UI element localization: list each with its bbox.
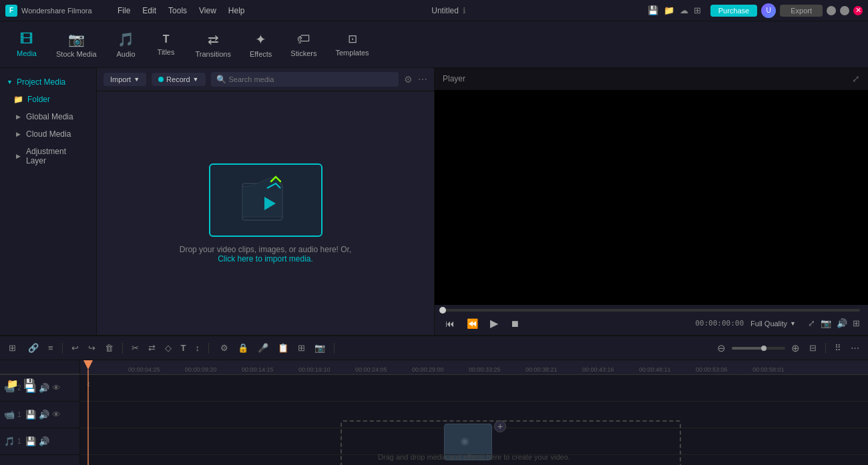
quality-selector[interactable]: Full Quality ▼ [750,320,796,328]
progress-handle[interactable] [439,307,446,314]
fullscreen-icon[interactable]: ⤢ [808,318,815,328]
purchase-button[interactable]: Purchase [710,5,757,17]
adjustment-layer-arrow: ▶ [16,153,21,159]
project-media-header[interactable]: ▼ Project Media [0,73,96,91]
tl-fit-button[interactable]: ⊟ [806,341,820,355]
adjustment-layer-item[interactable]: ▶ Adjustment Layer [0,143,96,169]
tl-grid-button[interactable]: ⠿ [831,341,845,355]
snapshot-icon[interactable]: 📷 [821,318,831,328]
track-1-folder-icon[interactable]: 💾 [25,410,36,420]
maximize-button[interactable]: ⬜ [840,6,849,15]
ruler-label-8: 00:00:38:21 [525,366,558,373]
tl-separator-3 [208,343,209,354]
tl-zoom-slider[interactable] [732,347,785,350]
quality-label: Full Quality [750,320,787,328]
panel-folder-icon[interactable]: 📁 [7,378,18,389]
stock-media-icon: 📷 [68,31,85,47]
more-icon[interactable]: ⋯ [418,74,427,85]
tl-delete-button[interactable]: 🗑 [101,341,117,355]
tl-transition-button[interactable]: ⇄ [145,341,159,355]
menu-tools[interactable]: Tools [163,3,192,18]
track-1-eye-icon[interactable]: 👁 [52,410,61,420]
media-content: Drop your video clips, images, or audio … [97,91,434,335]
audio-1-row [80,428,868,455]
tl-cut-button[interactable]: ✂ [128,341,142,355]
tl-settings-button[interactable]: ⚙ [217,341,232,355]
skip-back-button[interactable]: ⏮ [443,317,457,330]
tl-audio-button[interactable]: 🎤 [254,341,272,355]
user-avatar[interactable]: U [761,3,776,18]
playhead-line [87,370,89,465]
tl-zoom-in-button[interactable]: ⊕ [788,340,803,356]
tl-text-button[interactable]: T [178,341,190,355]
close-button[interactable]: ✕ [853,6,863,15]
cloud-media-item[interactable]: ▶ Cloud Media [0,125,96,143]
menu-view[interactable]: View [194,3,222,18]
audio-1-mute-icon[interactable]: 🔊 [39,436,49,446]
grid-icon[interactable]: ⊞ [694,5,701,15]
tl-separator-5 [825,343,826,354]
tl-more-button[interactable]: ⋯ [847,341,863,355]
tl-redo-button[interactable]: ↪ [85,341,99,355]
tab-audio[interactable]: 🎵 Audio [106,27,146,62]
filter-icon[interactable]: ⚙ [404,74,413,85]
tab-stock-media[interactable]: 📷 Stock Media [47,27,106,62]
transitions-icon: ⇄ [208,31,219,47]
menu-file[interactable]: File [112,3,136,18]
global-media-item[interactable]: ▶ Global Media [0,108,96,125]
folder-icon: 📁 [13,95,23,104]
folder-icon[interactable]: 📁 [664,5,674,15]
save-icon[interactable]: 💾 [648,5,658,15]
record-button[interactable]: Record ▼ [152,73,205,86]
app-title: Wondershare Filmora [21,7,92,15]
media-area: Import ▼ Record ▼ 🔍 ⚙ ⋯ [97,68,434,335]
cloud-icon[interactable]: ☁ [680,5,688,15]
import-button[interactable]: Import ▼ [103,73,146,86]
tl-mark-button[interactable]: 📋 [274,341,292,355]
import-link[interactable]: Click here to import media. [218,254,313,264]
tl-camera-button[interactable]: 📷 [311,341,329,355]
tab-titles[interactable]: T Titles [146,29,186,60]
tab-effects[interactable]: ✦ Effects [240,27,281,62]
media-icon: 🎞 [20,31,33,47]
panel-save-icon[interactable]: 💾 [23,378,35,389]
tl-zoom-out-button[interactable]: ⊖ [714,340,729,356]
tl-split-button[interactable]: ⊞ [294,341,308,355]
track-1-audio-icon[interactable]: 🔊 [39,410,49,420]
filmora-drop-icon [209,163,322,237]
tl-lock-button[interactable]: 🔒 [234,341,252,355]
info-icon[interactable]: ℹ [463,6,466,15]
tab-media[interactable]: 🎞 Media [7,27,47,61]
titles-icon: T [163,33,170,45]
rewind-button[interactable]: ⏪ [464,317,481,330]
menu-help[interactable]: Help [223,3,250,18]
stop-button[interactable]: ⏹ [507,317,522,330]
tab-templates[interactable]: ⊡ Templates [326,28,378,61]
tab-transitions[interactable]: ⇄ Transitions [186,27,240,62]
tl-link-button[interactable]: 🔗 [25,341,42,355]
tl-crop-button[interactable]: ◇ [162,341,175,355]
play-button[interactable]: ▶ [487,316,501,331]
progress-bar[interactable] [443,309,860,312]
tl-undo-button[interactable]: ↩ [68,341,82,355]
tl-zoom-handle[interactable] [761,346,767,351]
timeline-body: 📹 2 💾 🔊 👁 📹 1 💾 🔊 👁 🎵 1 💾 🔊 [0,360,868,465]
menu-edit[interactable]: Edit [137,3,162,18]
volume-icon[interactable]: 🔊 [837,318,847,328]
search-input[interactable] [229,75,394,83]
tl-add-track-button[interactable]: ⊞ [5,341,19,355]
tab-stickers-label: Stickers [290,49,316,57]
audio-1-folder-icon[interactable]: 💾 [25,436,36,446]
minimize-button[interactable]: — [827,6,836,15]
search-box[interactable]: 🔍 [211,72,399,87]
timeline-tracks-right[interactable]: 00:00:04:25 00:00:09:20 00:00:14:15 00:0… [80,360,868,465]
drop-text: Drop your video clips, images, or audio … [180,245,351,264]
export-button[interactable]: Export [780,5,823,17]
tl-resize-button[interactable]: ↕ [192,341,204,355]
folder-item[interactable]: 📁 Folder [0,91,96,108]
player-screen[interactable] [435,90,868,305]
player-expand-icon[interactable]: ⤢ [852,73,860,84]
pip-icon[interactable]: ⊞ [853,318,860,328]
tl-menu-button[interactable]: ≡ [45,341,57,355]
tab-stickers[interactable]: 🏷 Stickers [281,27,326,61]
